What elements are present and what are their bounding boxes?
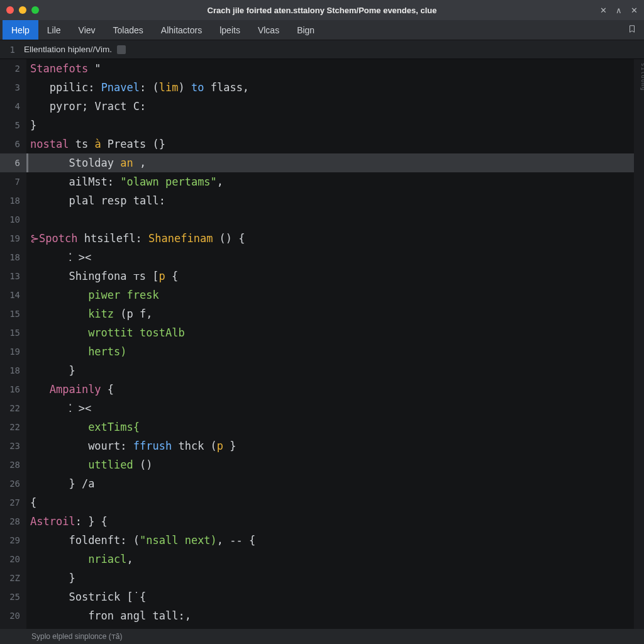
code-line: Stanefots " <box>30 59 634 78</box>
code-line: extTims{ <box>30 418 634 436</box>
code-line: nriacl, <box>30 550 634 569</box>
menu-lile[interactable]: Lile <box>38 20 70 40</box>
code-line: ⁚ >< <box>30 399 634 418</box>
code-line: pyror; Vract C: <box>30 97 634 116</box>
code-editor[interactable]: 2 3 4 5 6 6 7 18 10 19 18 13 14 15 15 19… <box>0 59 644 629</box>
gutter-num: 22 <box>0 418 26 436</box>
gutter-num: 28 <box>0 455 26 474</box>
maximize-icon[interactable] <box>31 6 39 14</box>
breadcrumb-text[interactable]: Ellentlation hiplen//Vim. <box>24 45 112 54</box>
win-close-icon[interactable]: ✕ <box>600 6 607 15</box>
gutter-num: 29 <box>0 531 26 550</box>
menu-viev[interactable]: Viev <box>70 20 104 40</box>
title-bar: Crach jile foirted aten.sttalony Stchem/… <box>0 0 644 20</box>
code-line: foldenft: ("nsall next), -- { <box>30 531 634 550</box>
menu-vlcas[interactable]: Vlcas <box>249 20 288 40</box>
code-line: { <box>30 493 634 512</box>
code-line: ppilic: Pnavel: (lim) to flass, <box>30 78 634 97</box>
gutter-num: 6 <box>0 135 26 153</box>
gutter-num: 19 <box>0 342 26 361</box>
code-line: } <box>30 361 634 380</box>
breadcrumb-close-icon[interactable] <box>117 45 126 54</box>
breadcrumb-line-num: 1 <box>6 45 24 55</box>
status-bar: Syplo elpled sinplonce (ᴛă) <box>0 629 644 644</box>
code-line: Shingfona ᴛs [p { <box>30 267 634 286</box>
gutter-num: 23 <box>0 436 26 455</box>
win-caret-up-icon[interactable]: ∧ <box>616 6 622 15</box>
close-icon[interactable] <box>6 6 14 14</box>
scroll-rail[interactable]: sildong <box>634 59 644 629</box>
window-title: Crach jile foirted aten.sttalony Stchem/… <box>208 6 437 15</box>
gutter-num: 26 <box>0 474 26 493</box>
code-line: ailMst: "olawn pertams", <box>30 172 634 191</box>
gutter-num: 7 <box>0 172 26 191</box>
gutter-num: 22 <box>0 399 26 418</box>
code-line: uttlied () <box>30 455 634 474</box>
gutter-num: 27 <box>0 493 26 512</box>
minimize-icon[interactable] <box>19 6 26 14</box>
scroll-label: sildong <box>634 59 644 91</box>
gutter-num: 18 <box>0 361 26 380</box>
menu-help[interactable]: Help <box>3 20 38 40</box>
code-line: kitz (p f, <box>30 304 634 323</box>
code-line: Astroil: } { <box>30 512 634 531</box>
code-line: plal resp tall: <box>30 191 634 210</box>
code-line <box>30 210 634 229</box>
code-line: } /a <box>30 474 634 493</box>
line-gutter: 2 3 4 5 6 6 7 18 10 19 18 13 14 15 15 19… <box>0 59 26 629</box>
breadcrumb: 1 Ellentlation hiplen//Vim. <box>0 40 644 59</box>
menu-bar: Help Lile Viev Tolades Alhitactors lpeit… <box>0 20 644 40</box>
gutter-num: 18 <box>0 248 26 267</box>
status-text: Syplo elpled sinplonce (ᴛă) <box>31 632 122 641</box>
code-line: } <box>30 569 634 587</box>
code-line: nostal ts à Preats (} <box>30 135 634 153</box>
gutter-num: 20 <box>0 606 26 625</box>
gutter-num: 20 <box>0 550 26 569</box>
menu-alhitactors[interactable]: Alhitactors <box>152 20 211 40</box>
gutter-num: 28 <box>0 512 26 531</box>
code-line: ⊱Spotch htsilefl: Shanefinam () { <box>30 229 634 248</box>
code-line: Ampainly { <box>30 380 634 399</box>
code-line: fron angl tall:, <box>30 606 634 625</box>
gutter-num: 4 <box>0 97 26 116</box>
code-line: wourt: ffrush thck (p } <box>30 436 634 455</box>
gutter-num: 14 <box>0 286 26 304</box>
gutter-num: 16 <box>0 380 26 399</box>
gutter-num: 18 <box>0 191 26 210</box>
menu-bign[interactable]: Bign <box>288 20 323 40</box>
gutter-num: 5 <box>0 116 26 135</box>
gutter-num: 13 <box>0 267 26 286</box>
gutter-num: 6 <box>0 153 26 172</box>
gutter-num: 19 <box>0 229 26 248</box>
code-line: } <box>30 116 634 135</box>
menu-tolades[interactable]: Tolades <box>104 20 152 40</box>
gutter-num: 15 <box>0 323 26 342</box>
code-line: Sostrick [̇ { <box>30 587 634 606</box>
gutter-num: 25 <box>0 587 26 606</box>
gutter-num: 10 <box>0 210 26 229</box>
code-line: wrottit tostAlb <box>30 323 634 342</box>
gutter-num: 2 <box>0 59 26 78</box>
window-traffic-lights[interactable] <box>6 6 39 14</box>
code-line: piwer fresk <box>30 286 634 304</box>
code-line-highlight: Stolday an , <box>26 153 634 172</box>
code-line: herts) <box>30 342 634 361</box>
gutter-num: 2Z <box>0 569 26 587</box>
gutter-num: 15 <box>0 304 26 323</box>
gutter-num: 3 <box>0 78 26 97</box>
win-x2-icon[interactable]: ✕ <box>631 6 638 15</box>
window-controls-right: ✕ ∧ ✕ <box>600 6 638 15</box>
code-line: ⁚ >< <box>30 248 634 267</box>
menu-lpeits[interactable]: lpeits <box>211 20 249 40</box>
code-body[interactable]: Stanefots " ppilic: Pnavel: (lim) to fla… <box>26 59 634 629</box>
bookmark-icon[interactable] <box>628 25 636 36</box>
